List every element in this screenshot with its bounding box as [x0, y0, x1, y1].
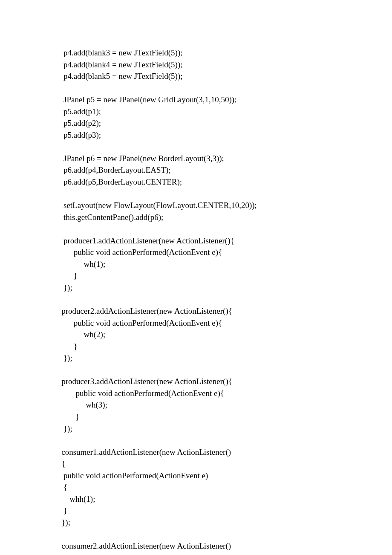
code-block: p4.add(blank3 = new JTextField(5)); p4.a…: [55, 48, 257, 555]
code-page: p4.add(blank3 = new JTextField(5)); p4.a…: [0, 0, 392, 555]
